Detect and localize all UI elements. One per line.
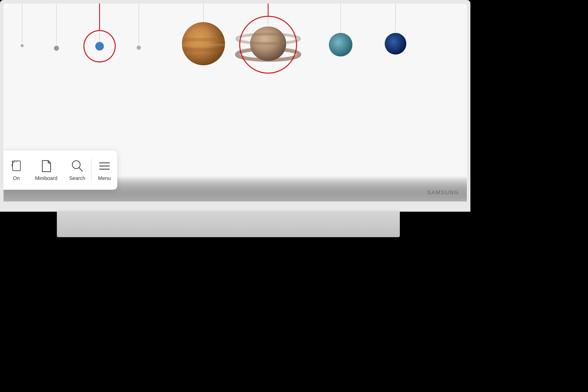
toolbar-item-miniboard[interactable]: Miniboard [29, 155, 63, 185]
power-icon [10, 159, 23, 173]
toolbar-item-search[interactable]: Search [63, 155, 91, 185]
monitor-outer: On Miniboard [0, 0, 470, 212]
monitor-stand-base: USB +0 EXTERNAL (5)USB +0 [57, 212, 400, 237]
samsung-logo: SAMSUNG [427, 189, 459, 196]
svg-point-10 [54, 46, 59, 51]
toolbar: On Miniboard [4, 150, 117, 190]
svg-point-33 [72, 161, 80, 168]
on-label: On [13, 175, 20, 181]
search-icon [70, 159, 84, 173]
svg-point-24 [385, 33, 406, 54]
menu-icon [98, 159, 111, 173]
miniboard-label: Miniboard [35, 175, 58, 181]
svg-rect-16 [182, 44, 225, 46]
toolbar-item-on[interactable]: On [4, 155, 29, 185]
svg-point-11 [95, 42, 104, 50]
toolbar-item-menu[interactable]: Menu [92, 155, 117, 185]
svg-point-12 [136, 46, 141, 50]
monitor-screen: On Miniboard [4, 4, 467, 202]
search-label: Search [69, 175, 85, 181]
svg-rect-17 [182, 48, 225, 52]
svg-point-23 [329, 33, 352, 56]
svg-line-34 [79, 168, 82, 171]
document-icon [40, 159, 53, 173]
svg-point-9 [20, 44, 24, 47]
svg-rect-15 [182, 38, 225, 41]
menu-label: Menu [98, 175, 111, 181]
